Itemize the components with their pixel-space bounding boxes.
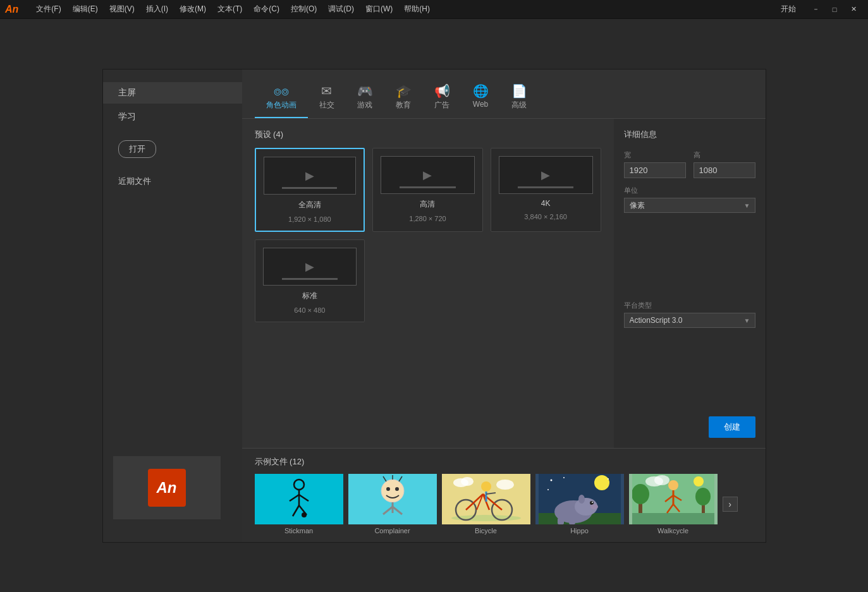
preview-bar	[282, 187, 337, 189]
preset-fullhd-preview: ▶	[264, 157, 357, 195]
tab-education[interactable]: 🎓 教育	[384, 80, 423, 118]
start-label: 开始	[776, 3, 801, 16]
tab-character[interactable]: ⌾⌾ 角色动画	[255, 80, 308, 118]
sample-title: 示例文件 (12)	[255, 456, 753, 468]
sidebar-item-learn[interactable]: 学习	[103, 106, 242, 128]
create-button[interactable]: 创建	[709, 416, 755, 438]
window-controls: － □ ✕	[806, 3, 863, 16]
width-input[interactable]	[624, 162, 686, 178]
menu-modify[interactable]: 修改(M)	[174, 3, 211, 16]
sample-stickman[interactable]: Stickman	[255, 474, 343, 535]
preset-standard-res: 640 × 480	[294, 306, 325, 314]
menu-text[interactable]: 文本(T)	[212, 3, 247, 16]
platform-field: 平台类型 ActionScript 3.0 HTML5 Canvas WebGL…	[624, 301, 755, 409]
unit-select[interactable]: 像素 英寸 厘米	[624, 198, 755, 213]
ad-icon: 📢	[434, 85, 450, 97]
web-icon: 🌐	[473, 85, 489, 97]
svg-point-9	[395, 487, 399, 491]
details-panel: 详细信息 宽 高 单位	[614, 119, 766, 448]
walkcycle-svg	[632, 474, 714, 524]
width-field: 宽	[624, 150, 686, 178]
preset-fullhd[interactable]: ▶ 全高清 1,920 × 1,080	[255, 148, 365, 232]
preset-hd[interactable]: ▶ 高清 1,280 × 720	[372, 148, 483, 232]
menu-debug[interactable]: 调试(D)	[323, 3, 359, 16]
bicycle-svg	[448, 475, 524, 523]
category-tabs: ⌾⌾ 角色动画 ✉ 社交 🎮 游戏 🎓 教育	[242, 69, 766, 119]
unit-field: 单位 像素 英寸 厘米 ▼	[624, 186, 755, 294]
preset-standard-name: 标准	[302, 291, 317, 301]
svg-line-22	[486, 493, 496, 494]
svg-rect-42	[632, 513, 714, 524]
svg-point-24	[461, 477, 474, 486]
preview-bar-4k	[518, 186, 573, 188]
svg-rect-34	[558, 518, 564, 524]
sample-next-button[interactable]: ›	[723, 497, 738, 512]
platform-select[interactable]: ActionScript 3.0 HTML5 Canvas WebGL	[624, 313, 755, 328]
svg-point-44	[632, 484, 649, 504]
preset-4k[interactable]: ▶ 4K 3,840 × 2,160	[491, 148, 601, 232]
sample-section: 示例文件 (12)	[242, 448, 766, 542]
advanced-icon: 📄	[511, 85, 527, 97]
menu-insert[interactable]: 插入(I)	[141, 3, 173, 16]
play-icon-hd: ▶	[423, 168, 432, 182]
sample-files-row: Stickman	[255, 474, 753, 535]
svg-point-25	[496, 480, 514, 490]
maximize-button[interactable]: □	[825, 3, 844, 16]
content-area: ⌾⌾ 角色动画 ✉ 社交 🎮 游戏 🎓 教育	[242, 69, 766, 542]
sample-complainer-name: Complainer	[374, 527, 410, 535]
menu-window[interactable]: 窗口(W)	[360, 3, 398, 16]
preset-hd-name: 高清	[420, 199, 435, 210]
complainer-svg	[370, 475, 415, 523]
width-label: 宽	[624, 150, 686, 160]
svg-point-31	[590, 501, 594, 505]
presets-grid: ▶ 全高清 1,920 × 1,080 ▶	[255, 148, 601, 322]
recent-files-label: 近期文件	[103, 171, 242, 192]
tab-social[interactable]: ✉ 社交	[308, 80, 346, 118]
sample-complainer[interactable]: Complainer	[348, 474, 437, 535]
svg-point-8	[386, 487, 390, 491]
details-title: 详细信息	[624, 129, 755, 140]
stickman-svg	[280, 477, 318, 521]
svg-point-55	[654, 475, 669, 485]
sidebar-item-home[interactable]: 主屏	[103, 82, 242, 104]
sample-hippo-thumb	[535, 474, 624, 524]
menu-control[interactable]: 控制(O)	[286, 3, 322, 16]
svg-point-38	[563, 477, 565, 478]
sample-walkcycle[interactable]: Walkcycle	[629, 474, 718, 535]
height-input[interactable]	[694, 162, 755, 178]
sidebar: 主屏 学习 打开 近期文件 An	[103, 69, 242, 542]
menu-command[interactable]: 命令(C)	[248, 3, 284, 16]
sample-walkcycle-name: Walkcycle	[657, 527, 688, 535]
open-button[interactable]: 打开	[118, 140, 156, 158]
presets-area: 预设 (4) ▶ 全高清 1,920 × 1,080	[242, 119, 614, 448]
tab-game[interactable]: 🎮 游戏	[346, 80, 384, 118]
svg-point-20	[481, 481, 491, 492]
sidebar-logo-area: An	[113, 456, 221, 519]
preset-4k-res: 3,840 × 2,160	[524, 213, 567, 220]
education-icon: 🎓	[396, 85, 412, 97]
menu-edit[interactable]: 编辑(E)	[68, 3, 103, 16]
sample-hippo[interactable]: Hippo	[535, 474, 624, 535]
svg-point-32	[592, 502, 593, 503]
sample-walkcycle-thumb	[629, 474, 718, 524]
menu-view[interactable]: 视图(V)	[104, 3, 140, 16]
sample-stickman-name: Stickman	[284, 527, 313, 535]
tab-advanced[interactable]: 📄 高级	[500, 80, 539, 118]
preset-standard[interactable]: ▶ 标准 640 × 480	[255, 239, 365, 322]
sidebar-bottom: An	[103, 446, 242, 529]
menu-help[interactable]: 帮助(H)	[399, 3, 435, 16]
titlebar-right: 开始 － □ ✕	[776, 3, 863, 16]
platform-label: 平台类型	[624, 301, 755, 310]
sample-bicycle[interactable]: Bicycle	[442, 474, 530, 535]
menu-file[interactable]: 文件(F)	[31, 3, 66, 16]
unit-label: 单位	[624, 186, 755, 195]
presets-title: 预设 (4)	[255, 129, 601, 140]
sample-bicycle-name: Bicycle	[475, 527, 497, 535]
minimize-button[interactable]: －	[806, 3, 825, 16]
svg-point-39	[547, 489, 549, 490]
svg-line-3	[299, 495, 309, 501]
close-button[interactable]: ✕	[844, 3, 863, 16]
tab-ad-label: 广告	[434, 100, 449, 111]
tab-ad[interactable]: 📢 广告	[423, 80, 462, 118]
tab-web[interactable]: 🌐 Web	[462, 80, 500, 118]
